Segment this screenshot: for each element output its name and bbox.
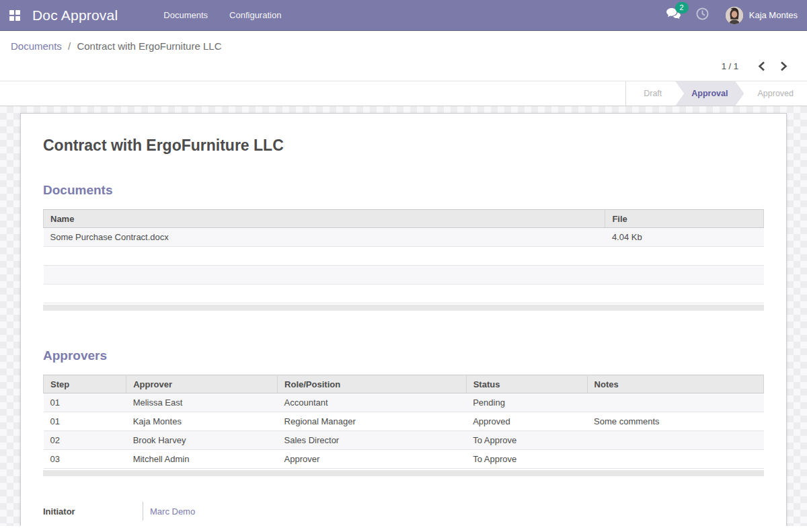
document-file-cell: 4.04 Kb [605, 228, 764, 247]
step-cell: 03 [44, 450, 126, 469]
document-name-cell: Some Purchase Contract.docx [44, 228, 605, 247]
column-header-role[interactable]: Role/Position [278, 375, 467, 393]
approvers-table-header: Step Approver Role/Position Status Notes [44, 375, 764, 393]
approver-row[interactable]: 03 Mitchell Admin Approver To Approve [44, 450, 764, 469]
documents-table-header: Name File [44, 210, 764, 228]
approver-cell: Brook Harvey [126, 431, 278, 450]
document-row[interactable]: Some Purchase Contract.docx 4.04 Kb [44, 228, 764, 247]
approver-row[interactable]: 01 Melissa East Accountant Pending [44, 393, 764, 412]
column-header-step[interactable]: Step [44, 375, 126, 393]
role-cell: Approver [278, 450, 467, 469]
user-menu[interactable]: Kaja Montes [726, 7, 798, 24]
approvers-section-title: Approvers [43, 348, 764, 363]
user-avatar [726, 7, 743, 24]
role-cell: Regional Manager [278, 412, 467, 431]
main-menu: Documents Configuration [153, 0, 292, 30]
step-cell: 01 [44, 412, 126, 431]
systray: 2 Kaja Montes [658, 7, 807, 24]
apps-menu-icon[interactable] [0, 0, 30, 30]
menu-configuration[interactable]: Configuration [219, 0, 292, 30]
pager: 1 / 1 [0, 53, 807, 81]
status-cell: To Approve [466, 450, 587, 469]
notes-cell [587, 450, 763, 469]
breadcrumb: Documents / Contract with ErgoFurniture … [0, 31, 807, 53]
app-title: Doc Approval [32, 7, 118, 24]
approver-cell: Melissa East [126, 393, 278, 412]
documents-section: Documents Name File Some Purchase Contra… [43, 183, 764, 311]
column-header-file[interactable]: File [605, 210, 764, 228]
status-step-draft[interactable]: Draft [630, 81, 675, 106]
notes-cell: Some comments [587, 412, 763, 431]
breadcrumb-separator: / [68, 40, 71, 52]
pager-previous-button[interactable] [753, 60, 770, 73]
column-header-approver[interactable]: Approver [126, 375, 278, 393]
pager-value: 1 / 1 [722, 61, 738, 71]
user-name: Kaja Montes [749, 10, 798, 20]
statusbar: Draft Approval Approved [625, 81, 807, 106]
approver-row[interactable]: 02 Brook Harvey Sales Director To Approv… [44, 431, 764, 450]
approver-cell: Kaja Montes [126, 412, 278, 431]
form-view-background: Contract with ErgoFurniture LLC Document… [0, 106, 807, 526]
initiator-label: Initiator [43, 506, 143, 517]
record-title: Contract with ErgoFurniture LLC [43, 137, 764, 155]
status-cell: Approved [466, 412, 587, 431]
approver-row[interactable]: 01 Kaja Montes Regional Manager Approved… [44, 412, 764, 431]
empty-row [44, 266, 764, 284]
breadcrumb-current: Contract with ErgoFurniture LLC [77, 40, 221, 52]
empty-row [44, 247, 764, 266]
status-step-approved[interactable]: Approved [744, 81, 807, 106]
status-step-approval[interactable]: Approval [675, 81, 744, 106]
initiator-field: Initiator Marc Demo [43, 502, 764, 521]
messages-button[interactable]: 2 [658, 8, 689, 23]
approver-cell: Mitchell Admin [126, 450, 278, 469]
step-cell: 02 [44, 431, 126, 450]
approvers-section: Approvers Step Approver Role/Position St… [43, 348, 764, 476]
status-cell: To Approve [466, 431, 587, 450]
initiator-value-link[interactable]: Marc Demo [150, 506, 195, 517]
grid-icon [9, 10, 20, 21]
notes-cell [587, 431, 763, 450]
menu-documents[interactable]: Documents [153, 0, 219, 30]
role-cell: Accountant [278, 393, 467, 412]
approvers-table: Step Approver Role/Position Status Notes… [43, 375, 764, 469]
documents-table-footer [43, 305, 764, 311]
documents-table: Name File Some Purchase Contract.docx 4.… [43, 209, 764, 303]
column-header-notes[interactable]: Notes [587, 375, 763, 393]
activities-button[interactable] [689, 7, 716, 23]
documents-section-title: Documents [43, 183, 764, 198]
messages-count-badge: 2 [675, 2, 689, 13]
approvers-table-footer [43, 470, 764, 476]
pager-next-button[interactable] [775, 60, 792, 73]
column-header-name[interactable]: Name [44, 210, 605, 228]
control-panel: Documents / Contract with ErgoFurniture … [0, 31, 807, 81]
status-cell: Pending [466, 393, 587, 412]
column-header-status[interactable]: Status [466, 375, 587, 393]
notes-cell [587, 393, 763, 412]
form-sheet: Contract with ErgoFurniture LLC Document… [20, 113, 787, 526]
top-navbar: Doc Approval Documents Configuration 2 [0, 0, 807, 31]
clock-icon [696, 7, 709, 23]
breadcrumb-documents-link[interactable]: Documents [11, 40, 62, 52]
statusbar-row: Draft Approval Approved [0, 81, 807, 106]
step-cell: 01 [44, 393, 126, 412]
role-cell: Sales Director [278, 431, 467, 450]
empty-row [44, 284, 764, 303]
